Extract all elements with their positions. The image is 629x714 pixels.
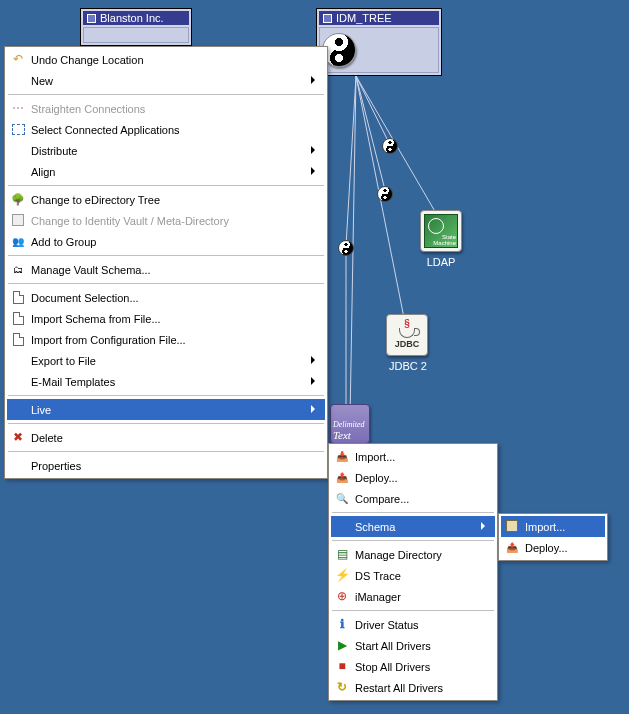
menu-properties[interactable]: Properties [7,455,325,476]
menu-live-restart-all-drivers[interactable]: Restart All Drivers [331,677,495,698]
menu-undo-change-location[interactable]: Undo Change Location [7,49,325,70]
menu-separator [8,283,324,284]
menu-add-to-group[interactable]: Add to Group [7,231,325,252]
node-idm-tree[interactable]: IDM_TREE [316,8,442,76]
menu-separator [332,512,494,513]
submenu-schema: Import... Deploy... [498,513,608,561]
menu-separator [8,451,324,452]
stop-icon [334,658,350,674]
menu-separator [8,255,324,256]
compare-icon [334,490,350,506]
driver-jdbc-label: JDBC 2 [380,360,436,372]
menu-live[interactable]: Live [7,399,325,420]
group-icon [10,233,26,249]
menu-change-to-identity-vault: Change to Identity Vault / Meta-Director… [7,210,325,231]
submenu-arrow-icon [311,356,319,364]
schema-import-icon [504,518,520,534]
connector-icon [377,186,393,202]
document-icon [10,331,26,347]
menu-live-driver-status[interactable]: Driver Status [331,614,495,635]
menu-schema-deploy[interactable]: Deploy... [501,537,605,558]
menu-change-to-edirectory-tree[interactable]: Change to eDirectory Tree [7,189,325,210]
menu-live-import[interactable]: Import... [331,446,495,467]
menu-select-connected-applications[interactable]: Select Connected Applications [7,119,325,140]
submenu-arrow-icon [311,405,319,413]
menu-import-from-configuration-file[interactable]: Import from Configuration File... [7,329,325,350]
menu-live-start-all-drivers[interactable]: Start All Drivers [331,635,495,656]
play-icon [334,637,350,653]
submenu-arrow-icon [311,377,319,385]
driver-delimited-text[interactable]: Delimited Text [330,404,370,444]
menu-live-ds-trace[interactable]: DS Trace [331,565,495,586]
node-icon [87,14,96,23]
menu-live-compare[interactable]: Compare... [331,488,495,509]
menu-manage-vault-schema[interactable]: Manage Vault Schema... [7,259,325,280]
svg-line-2 [356,76,440,220]
driver-ldap-label: LDAP [420,256,462,268]
deploy-icon [504,539,520,555]
node-title: Blanston Inc. [100,12,164,24]
document-icon [10,310,26,326]
svg-line-4 [356,76,406,328]
import-icon [334,448,350,464]
menu-delete[interactable]: Delete [7,427,325,448]
submenu-arrow-icon [311,76,319,84]
menu-distribute[interactable]: Distribute [7,140,325,161]
menu-separator [8,395,324,396]
directory-icon [334,546,350,562]
menu-straighten-connections: Straighten Connections [7,98,325,119]
node-title: IDM_TREE [336,12,392,24]
menu-import-schema-from-file[interactable]: Import Schema from File... [7,308,325,329]
menu-align[interactable]: Align [7,161,325,182]
imanager-icon [334,588,350,604]
trace-icon [334,567,350,583]
tree-icon [10,191,26,207]
svg-line-0 [356,76,390,145]
delete-icon [10,429,26,445]
deploy-icon [334,469,350,485]
menu-document-selection[interactable]: Document Selection... [7,287,325,308]
ldap-icon [424,214,458,248]
menu-export-to-file[interactable]: Export to File [7,350,325,371]
submenu-arrow-icon [311,146,319,154]
submenu-live: Import... Deploy... Compare... Schema Ma… [328,443,498,701]
menu-separator [332,610,494,611]
menu-live-deploy[interactable]: Deploy... [331,467,495,488]
submenu-arrow-icon [311,167,319,175]
menu-live-schema[interactable]: Schema [331,516,495,537]
menu-separator [8,423,324,424]
menu-new[interactable]: New [7,70,325,91]
menu-separator [332,540,494,541]
menu-schema-import[interactable]: Import... [501,516,605,537]
menu-live-imanager[interactable]: iManager [331,586,495,607]
menu-email-templates[interactable]: E-Mail Templates [7,371,325,392]
node-icon [323,14,332,23]
context-menu-main: Undo Change Location New Straighten Conn… [4,46,328,479]
vault-icon [10,212,26,228]
restart-icon [334,679,350,695]
document-icon [10,289,26,305]
submenu-arrow-icon [481,522,489,530]
info-icon [334,616,350,632]
menu-separator [8,185,324,186]
driver-jdbc[interactable]: § JDBC [386,314,428,356]
select-icon [10,121,26,137]
schema-icon [10,261,26,277]
menu-separator [8,94,324,95]
node-blanston[interactable]: Blanston Inc. [80,8,192,46]
driver-ldap[interactable] [420,210,462,252]
connector-icon [382,138,398,154]
undo-icon [10,51,26,67]
dots-icon [10,100,26,116]
connector-icon [338,240,354,256]
menu-live-stop-all-drivers[interactable]: Stop All Drivers [331,656,495,677]
svg-line-3 [346,76,356,246]
menu-live-manage-directory[interactable]: Manage Directory [331,544,495,565]
svg-line-1 [356,76,385,190]
jdbc-icon: § JDBC [395,321,420,349]
